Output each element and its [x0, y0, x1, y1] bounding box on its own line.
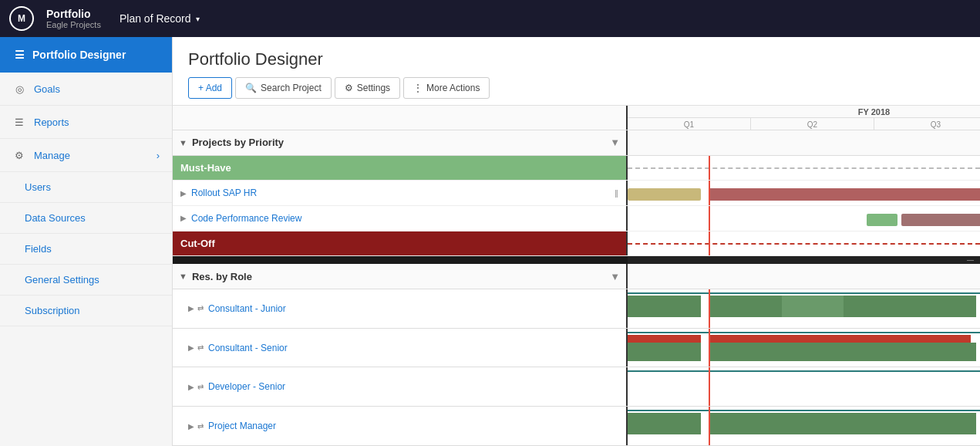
- q1-header: Q1: [628, 118, 751, 130]
- expand-consultant-junior-icon[interactable]: ▶: [188, 304, 194, 313]
- pm-green-bar-right: [709, 413, 976, 434]
- users-label: Users: [25, 181, 51, 193]
- chevron-right-icon: ›: [157, 150, 160, 161]
- expand-code-icon[interactable]: ▶: [180, 214, 187, 222]
- add-button[interactable]: + Add: [188, 77, 232, 99]
- cut-off-label: Cut-Off: [173, 231, 628, 256]
- senior-teal-line: [628, 332, 980, 333]
- filter-projects-icon[interactable]: ▼: [610, 137, 620, 148]
- projects-section-header-row: ▼ Projects by Priority ▼: [173, 130, 980, 156]
- plan-of-record-dropdown[interactable]: Plan of Record ▾: [113, 9, 206, 28]
- sidebar-active-label: Portfolio Designer: [32, 49, 126, 61]
- developer-senior-bars: [628, 367, 980, 406]
- main-header: Portfolio Designer + Add 🔍 Search Projec…: [173, 37, 980, 106]
- project-manager-left: ▶ ⇄ Project Manager: [173, 407, 628, 445]
- top-navigation: M Portfolio Eagle Projects Plan of Recor…: [0, 0, 980, 37]
- sidebar-item-reports[interactable]: ☰ Reports: [0, 106, 172, 139]
- dev-senior-teal-line: [628, 370, 980, 372]
- sidebar-item-manage[interactable]: ⚙ Manage ›: [0, 139, 172, 172]
- must-have-label: Must-Have: [173, 156, 628, 181]
- junior-gap: [701, 296, 709, 317]
- portfolio-subtitle: Eagle Projects: [46, 20, 101, 29]
- grid-icon: ☰: [12, 48, 26, 62]
- search-project-button[interactable]: 🔍 Search Project: [235, 77, 332, 99]
- sidebar-item-label: Goals: [34, 83, 60, 95]
- expand-rollout-icon[interactable]: ▶: [180, 189, 187, 198]
- plan-label: Plan of Record: [120, 12, 191, 25]
- project-manager-bars: [628, 407, 980, 445]
- fy-row: FY 2018 FY 201...: [628, 106, 980, 118]
- today-line-rollout: [709, 181, 710, 205]
- portfolio-header: Portfolio Eagle Projects: [46, 8, 101, 29]
- expand-consultant-senior-icon[interactable]: ▶: [188, 343, 194, 352]
- consultant-senior-left: ▶ ⇄ Consultant - Senior: [173, 329, 628, 367]
- sidebar-item-label: Reports: [34, 117, 69, 128]
- sidebar-item-general-settings[interactable]: General Settings: [0, 265, 172, 296]
- consultant-junior-row: ▶ ⇄ Consultant - Junior: [173, 289, 980, 329]
- gantt-area: FY 2018 FY 201... Q1 Q2 Q3 Q4 Q1 Q2: [173, 106, 980, 446]
- today-line-must-have: [709, 156, 710, 181]
- res-section-left: ▼ Res. by Role ▼: [173, 264, 628, 289]
- sidebar-item-goals[interactable]: ◎ Goals: [0, 73, 172, 106]
- senior-red-bar: [628, 335, 701, 343]
- today-line-dev-senior: [709, 367, 710, 406]
- cut-off-dashed-line: [628, 243, 980, 245]
- code-perf-label: Code Performance Review: [191, 213, 301, 224]
- search-icon: 🔍: [245, 83, 257, 93]
- sidebar-item-users[interactable]: Users: [0, 172, 172, 203]
- settings-button[interactable]: ⚙ Settings: [335, 77, 400, 99]
- code-perf-row: ▶ Code Performance Review: [173, 206, 980, 231]
- ellipsis-icon: ⋮: [413, 83, 423, 93]
- sidebar-item-data-sources[interactable]: Data Sources: [0, 203, 172, 234]
- rollout-bar-2: [709, 188, 980, 201]
- collapse-projects-icon[interactable]: ▼: [179, 138, 187, 147]
- portfolio-title: Portfolio: [46, 8, 101, 20]
- q3-header: Q3: [874, 118, 980, 130]
- gantt-header: FY 2018 FY 201... Q1 Q2 Q3 Q4 Q1 Q2: [173, 106, 980, 130]
- subscription-label: Subscription: [25, 305, 80, 316]
- rollout-sap-row: ▶ Rollout SAP HR ‖: [173, 181, 980, 206]
- senior-green-bar: [628, 343, 701, 361]
- data-sources-label: Data Sources: [25, 212, 86, 224]
- sidebar-item-fields[interactable]: Fields: [0, 234, 172, 265]
- consultant-junior-label: Consultant - Junior: [208, 303, 286, 314]
- more-actions-button[interactable]: ⋮ More Actions: [403, 77, 490, 99]
- general-settings-label: General Settings: [25, 274, 99, 286]
- reports-icon: ☰: [12, 115, 26, 129]
- app-logo: M: [9, 6, 34, 31]
- search-label: Search Project: [261, 83, 322, 93]
- sidebar: ☰ Portfolio Designer ◎ Goals ☰ Reports ⚙…: [0, 37, 173, 446]
- sidebar-item-subscription[interactable]: Subscription: [0, 296, 172, 326]
- res-type-icon-senior: ⇄: [197, 343, 204, 352]
- rollout-sap-left: ▶ Rollout SAP HR ‖: [173, 181, 628, 205]
- toolbar: + Add 🔍 Search Project ⚙ Settings ⋮ More…: [188, 77, 965, 99]
- app-layout: ☰ Portfolio Designer ◎ Goals ☰ Reports ⚙…: [0, 37, 980, 446]
- q2-header: Q2: [751, 118, 874, 130]
- sidebar-item-portfolio-designer[interactable]: ☰ Portfolio Designer: [0, 37, 172, 73]
- fy2018-header: FY 2018: [628, 106, 980, 117]
- code-bar-1: [867, 214, 897, 226]
- pm-green-bar-left: [628, 413, 701, 434]
- consultant-junior-bars: [628, 289, 980, 328]
- sidebar-item-label: Manage: [34, 150, 70, 161]
- page-title: Portfolio Designer: [188, 49, 965, 69]
- sidebar-manage-inner: ⚙ Manage: [12, 148, 70, 162]
- expand-project-manager-icon[interactable]: ▶: [188, 422, 194, 431]
- filter-res-icon[interactable]: ▼: [610, 271, 620, 282]
- must-have-bar-area: [628, 156, 980, 181]
- pm-teal-line: [628, 410, 980, 411]
- divider-icon: —: [967, 256, 980, 264]
- code-perf-bar-area: [628, 206, 980, 231]
- projects-section-title: Projects by Priority: [192, 137, 284, 148]
- junior-teal-line: [628, 292, 980, 294]
- junior-bump: [782, 296, 844, 317]
- today-line-senior: [709, 329, 710, 367]
- project-manager-label: Project Manager: [208, 421, 276, 431]
- collapse-res-icon[interactable]: ▼: [179, 272, 187, 281]
- expand-developer-senior-icon[interactable]: ▶: [188, 383, 194, 391]
- code-perf-left: ▶ Code Performance Review: [173, 206, 628, 231]
- res-section-title: Res. by Role: [192, 271, 252, 282]
- pm-gap: [701, 413, 709, 434]
- settings-label: Settings: [357, 83, 390, 93]
- consultant-senior-bars: [628, 329, 980, 367]
